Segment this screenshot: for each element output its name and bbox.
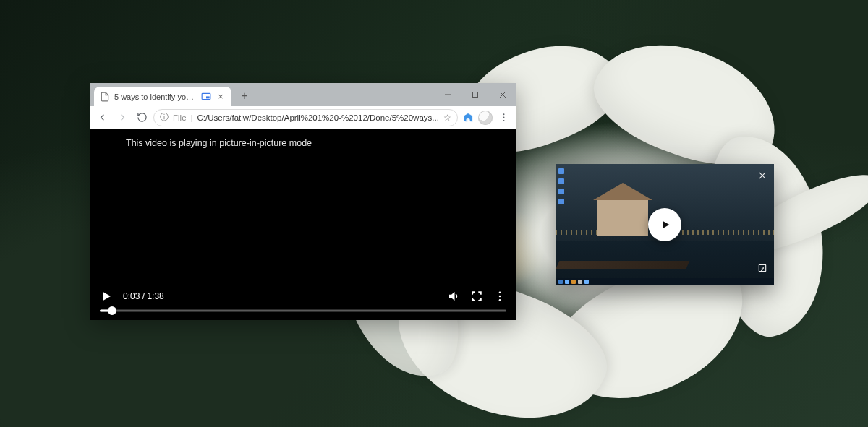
browser-tab[interactable]: 5 ways to identify your Wind × (94, 87, 231, 106)
video-current-time: 0:03 (123, 291, 140, 301)
svg-rect-3 (473, 92, 478, 98)
pip-status-text: This video is playing in picture-in-pict… (126, 138, 312, 148)
extension-icon[interactable] (461, 110, 475, 126)
tab-title: 5 ways to identify your Wind (114, 92, 197, 101)
svg-point-8 (503, 120, 504, 121)
svg-rect-16 (759, 264, 765, 271)
nav-reload-button[interactable] (134, 108, 150, 127)
pip-play-button[interactable] (648, 208, 681, 241)
url-separator: | (191, 113, 193, 122)
browser-window: 5 ways to identify your Wind × + (90, 83, 516, 320)
url-scheme: File (173, 113, 187, 122)
window-maximize-button[interactable] (461, 83, 489, 106)
svg-point-10 (499, 291, 501, 293)
page-icon (100, 92, 110, 102)
video-duration: 1:38 (147, 291, 163, 301)
tab-strip: 5 ways to identify your Wind × + (90, 83, 516, 106)
new-tab-button[interactable]: + (236, 87, 253, 105)
browser-menu-button[interactable] (495, 108, 512, 127)
window-controls (434, 83, 516, 106)
pip-return-to-tab-button[interactable] (755, 261, 770, 275)
tab-close-button[interactable]: × (216, 92, 226, 102)
bookmark-star-icon[interactable]: ☆ (443, 113, 451, 123)
page-content: This video is playing in picture-in-pict… (90, 129, 516, 320)
pip-window[interactable] (556, 164, 774, 285)
video-volume-button[interactable] (447, 290, 460, 303)
video-more-button[interactable] (493, 290, 506, 303)
video-play-button[interactable] (100, 290, 113, 303)
video-seek-bar[interactable] (100, 306, 506, 316)
svg-rect-1 (206, 96, 210, 98)
svg-point-12 (499, 299, 501, 301)
window-minimize-button[interactable] (434, 83, 461, 106)
site-info-icon[interactable]: ⓘ (160, 112, 169, 123)
video-time: 0:03 / 1:38 (123, 291, 164, 301)
pip-close-button[interactable] (755, 168, 770, 183)
pip-indicator-icon (201, 92, 211, 102)
address-bar: ⓘ File | C:/Users/fatiw/Desktop/April%20… (90, 106, 516, 129)
svg-point-11 (499, 296, 501, 298)
omnibox[interactable]: ⓘ File | C:/Users/fatiw/Desktop/April%20… (153, 109, 458, 126)
window-close-button[interactable] (489, 83, 516, 106)
nav-back-button[interactable] (94, 108, 111, 127)
video-fullscreen-button[interactable] (470, 290, 483, 303)
video-controls: 0:03 / 1:38 (90, 285, 516, 320)
pip-video-taskbar (556, 278, 774, 285)
svg-point-7 (503, 117, 504, 118)
nav-forward-button[interactable] (114, 108, 130, 127)
url-path: C:/Users/fatiw/Desktop/April%201%20-%201… (197, 113, 439, 122)
svg-point-6 (503, 113, 504, 115)
svg-marker-9 (103, 292, 111, 301)
svg-marker-13 (663, 221, 669, 229)
profile-avatar[interactable] (478, 110, 493, 126)
